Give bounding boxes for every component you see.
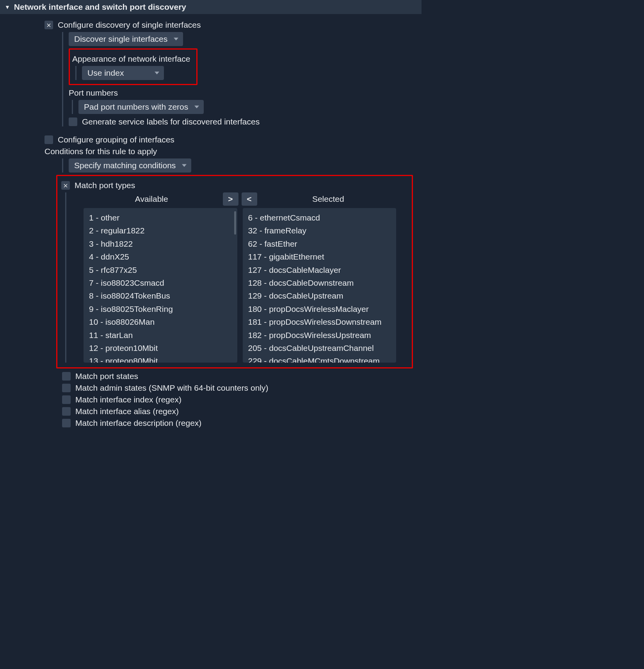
list-item[interactable]: 32 - frameRelay xyxy=(247,224,393,237)
checkbox-match-if-desc[interactable] xyxy=(62,419,71,427)
list-item[interactable]: 9 - iso88025TokenRing xyxy=(87,302,233,315)
list-item[interactable]: 182 - propDocsWirelessUpstream xyxy=(247,329,393,342)
label-port-numbers: Port numbers xyxy=(69,88,416,98)
select-discover-single-value: Discover single interfaces xyxy=(74,34,167,44)
checkbox-match-port-states[interactable] xyxy=(62,372,71,381)
label-match-if-desc: Match interface description (regex) xyxy=(75,418,201,428)
list-item[interactable]: 128 - docsCableDownstream xyxy=(247,276,393,289)
label-match-if-alias: Match interface alias (regex) xyxy=(75,407,179,416)
list-item[interactable]: 12 - proteon10Mbit xyxy=(87,342,233,354)
panel-header[interactable]: ▼ Network interface and switch port disc… xyxy=(0,0,422,14)
list-item[interactable]: 205 - docsCableUpstreamChannel xyxy=(247,342,393,354)
chevron-down-icon xyxy=(194,106,199,109)
collapse-triangle-icon: ▼ xyxy=(5,4,10,10)
select-appearance[interactable]: Use index xyxy=(82,66,164,80)
list-item[interactable]: 62 - fastEther xyxy=(247,237,393,250)
list-item[interactable]: 5 - rfc877x25 xyxy=(87,263,233,276)
list-item[interactable]: 3 - hdh1822 xyxy=(87,237,233,250)
row-configure-grouping: Configure grouping of interfaces xyxy=(44,135,416,144)
list-item[interactable]: 117 - gigabitEthernet xyxy=(247,250,393,263)
label-generate-labels: Generate service labels for discovered i… xyxy=(82,117,260,126)
checkbox-configure-grouping[interactable] xyxy=(44,135,53,144)
label-match-admin-states: Match admin states (SNMP with 64-bit cou… xyxy=(75,383,268,393)
list-item[interactable]: 13 - proteon80Mbit xyxy=(87,354,233,363)
panel-title: Network interface and switch port discov… xyxy=(14,2,186,12)
list-item[interactable]: 180 - propDocsWirelessMaclayer xyxy=(247,302,393,315)
list-item[interactable]: 2 - regular1822 xyxy=(87,224,233,237)
checkbox-generate-labels[interactable] xyxy=(69,117,77,126)
list-item[interactable]: 7 - iso88023Csmacd xyxy=(87,276,233,289)
config-panel: ▼ Network interface and switch port disc… xyxy=(0,0,422,439)
select-discover-single[interactable]: Discover single interfaces xyxy=(69,32,183,46)
available-title: Available xyxy=(84,194,220,204)
duallist-header: Available > < Selected xyxy=(84,192,396,206)
single-interfaces-block: Discover single interfaces Appearance of… xyxy=(62,32,416,126)
select-conditions-value: Specify matching conditions xyxy=(74,161,176,170)
checkbox-configure-single[interactable] xyxy=(44,21,53,29)
label-appearance: Appearance of network interface xyxy=(72,54,194,64)
highlight-match-port-types: Match port types Available > < Selected … xyxy=(56,175,413,368)
list-item[interactable]: 127 - docsCableMaclayer xyxy=(247,263,393,276)
list-item[interactable]: 10 - iso88026Man xyxy=(87,315,233,328)
checkbox-match-admin-states[interactable] xyxy=(62,384,71,392)
list-item[interactable]: 229 - docsCableMCmtsDownstream xyxy=(247,354,393,363)
selected-title: Selected xyxy=(260,194,397,204)
selected-listbox[interactable]: 6 - ethernetCsmacd32 - frameRelay62 - fa… xyxy=(243,208,397,363)
list-item[interactable]: 11 - starLan xyxy=(87,329,233,342)
list-item[interactable]: 181 - propDocsWirelessDownstream xyxy=(247,315,393,328)
move-right-button[interactable]: > xyxy=(223,192,238,206)
row-configure-single: Configure discovery of single interfaces xyxy=(44,20,416,30)
list-item[interactable]: 129 - docsCableUpstream xyxy=(247,289,393,302)
label-match-if-index: Match interface index (regex) xyxy=(75,395,181,404)
list-item[interactable]: 8 - iso88024TokenBus xyxy=(87,289,233,302)
select-port-numbers-value: Pad port numbers with zeros xyxy=(84,102,188,112)
label-configure-grouping: Configure grouping of interfaces xyxy=(58,135,174,144)
x-icon xyxy=(63,183,68,188)
list-item[interactable]: 1 - other xyxy=(87,211,233,224)
panel-body: Configure discovery of single interfaces… xyxy=(0,14,422,434)
x-icon xyxy=(46,22,52,28)
available-listbox[interactable]: 1 - other2 - regular18223 - hdh18224 - d… xyxy=(84,208,237,363)
checkbox-match-if-alias[interactable] xyxy=(62,407,71,416)
chevron-down-icon xyxy=(155,72,159,75)
chevron-down-icon xyxy=(174,38,178,41)
list-item[interactable]: 4 - ddnX25 xyxy=(87,250,233,263)
checkbox-match-port-types[interactable] xyxy=(61,181,70,190)
label-conditions: Conditions for this rule to apply xyxy=(44,147,416,156)
label-match-port-types: Match port types xyxy=(75,181,135,190)
move-left-button[interactable]: < xyxy=(242,192,257,206)
label-configure-single: Configure discovery of single interfaces xyxy=(58,20,201,30)
select-appearance-value: Use index xyxy=(87,68,124,78)
scrollbar-thumb[interactable] xyxy=(234,211,236,235)
match-options-block: Match port states Match admin states (SN… xyxy=(62,372,416,428)
chevron-down-icon xyxy=(182,164,187,167)
highlight-appearance: Appearance of network interface Use inde… xyxy=(69,48,197,85)
conditions-block: Specify matching conditions xyxy=(62,158,416,173)
checkbox-match-if-index[interactable] xyxy=(62,395,71,404)
label-match-port-states: Match port states xyxy=(75,372,138,381)
select-conditions[interactable]: Specify matching conditions xyxy=(69,158,191,173)
select-port-numbers[interactable]: Pad port numbers with zeros xyxy=(78,100,204,114)
list-item[interactable]: 6 - ethernetCsmacd xyxy=(247,211,393,224)
